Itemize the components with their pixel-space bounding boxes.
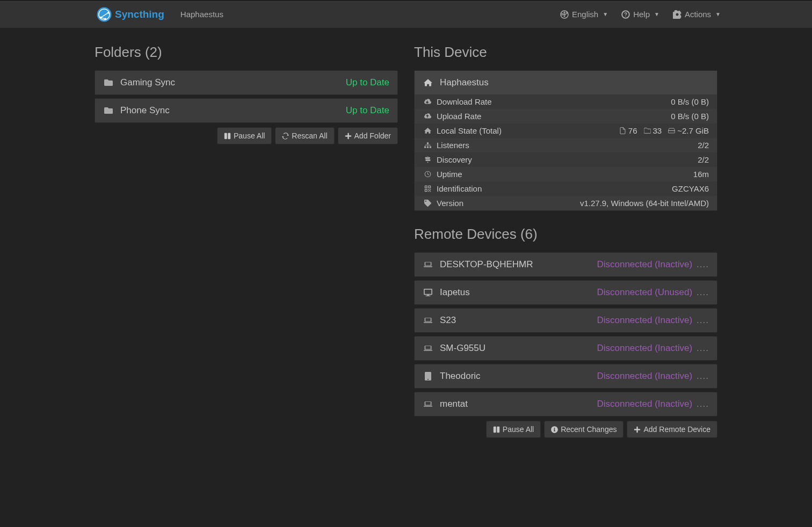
map-signs-icon <box>423 156 432 163</box>
button-label: Rescan All <box>292 131 327 140</box>
local-state-row: Local State (Total) 76 33 ~2.7 GiB <box>415 123 717 138</box>
device-type-icon <box>423 400 433 408</box>
refresh-icon <box>282 133 289 140</box>
add-remote-device-button[interactable]: Add Remote Device <box>627 421 717 438</box>
remote-device-name: mentat <box>440 399 468 409</box>
help-menu[interactable]: Help ▼ <box>621 10 659 19</box>
device-details: Download Rate 0 B/s (0 B) Upload Rate 0 … <box>415 94 717 210</box>
remote-devices-heading: Remote Devices (6) <box>414 226 717 243</box>
folders-heading: Folders (2) <box>95 44 398 61</box>
clock-icon <box>423 171 432 178</box>
remote-device-item[interactable]: Iapetus Disconnected (Unused) .... <box>414 280 717 305</box>
folder-item[interactable]: Phone Sync Up to Date <box>95 98 398 123</box>
navbar-right: English ▼ Help ▼ Actions ▼ <box>560 10 721 19</box>
remote-device-status: Disconnected (Inactive) <box>597 343 692 354</box>
remote-device-item[interactable]: S23 Disconnected (Inactive) .... <box>414 308 717 333</box>
navbar-device-name: Haphaestus <box>180 10 223 19</box>
upload-rate-row: Upload Rate 0 B/s (0 B) <box>415 109 717 123</box>
tag-icon <box>423 200 432 207</box>
logo[interactable]: Syncthing <box>97 7 164 22</box>
button-label: Add Folder <box>354 131 391 140</box>
navbar-left: Syncthing Haphaestus <box>97 7 223 22</box>
recent-changes-button[interactable]: Recent Changes <box>544 421 624 438</box>
question-circle-icon <box>621 10 630 19</box>
remote-device-status: Disconnected (Unused) <box>597 287 692 298</box>
plus-icon <box>634 426 641 433</box>
info-circle-icon <box>551 426 558 433</box>
devices-column: This Device Haphaestus Download Rate 0 B… <box>414 44 717 438</box>
caret-down-icon: ▼ <box>654 11 659 17</box>
language-label: English <box>572 10 598 19</box>
pause-icon <box>493 426 500 433</box>
pause-all-devices-button[interactable]: Pause All <box>486 421 541 438</box>
folder-status: Up to Date <box>346 77 389 88</box>
hdd-icon <box>668 127 675 134</box>
remote-buttons: Pause All Recent Changes Add Remote Devi… <box>414 421 717 438</box>
pause-all-folders-button[interactable]: Pause All <box>217 127 272 144</box>
remote-device-item[interactable]: SM-G955U Disconnected (Inactive) .... <box>414 336 717 361</box>
ellipsis-icon: .... <box>697 343 709 354</box>
folder-icon <box>103 106 114 115</box>
globe-icon <box>560 10 569 19</box>
device-type-icon <box>423 344 433 353</box>
qrcode-icon <box>423 185 432 192</box>
remote-device-item[interactable]: Theodoric Disconnected (Inactive) .... <box>414 364 717 389</box>
discovery-row: Discovery 2/2 <box>415 152 717 167</box>
ellipsis-icon: .... <box>697 259 709 270</box>
remote-device-item[interactable]: mentat Disconnected (Inactive) .... <box>414 392 717 416</box>
remote-device-status: Disconnected (Inactive) <box>597 371 692 382</box>
remote-device-status: Disconnected (Inactive) <box>597 399 692 409</box>
sitemap-icon <box>423 142 432 149</box>
remote-devices-section: Remote Devices (6) DESKTOP-BQHEHMR Disco… <box>414 226 717 438</box>
remote-device-status: Disconnected (Inactive) <box>597 259 692 270</box>
add-folder-button[interactable]: Add Folder <box>338 127 398 144</box>
device-type-icon <box>423 372 433 380</box>
device-id-link[interactable]: GZCYAX6 <box>672 184 709 193</box>
listeners-row: Listeners 2/2 <box>415 138 717 152</box>
remote-device-name: Iapetus <box>440 287 470 298</box>
folder-icon <box>103 78 114 87</box>
ellipsis-icon: .... <box>697 399 709 409</box>
button-label: Add Remote Device <box>643 425 711 434</box>
uptime-row: Uptime 16m <box>415 167 717 181</box>
caret-down-icon: ▼ <box>715 11 721 17</box>
ellipsis-icon: .... <box>697 371 709 382</box>
this-device-heading: This Device <box>414 44 717 61</box>
language-menu[interactable]: English ▼ <box>560 10 608 19</box>
folders-column: Folders (2) Gaming Sync Up to Date Phone… <box>95 44 398 438</box>
help-label: Help <box>633 10 650 19</box>
device-type-icon <box>423 288 433 297</box>
rescan-all-button[interactable]: Rescan All <box>275 127 334 144</box>
button-label: Pause All <box>503 425 534 434</box>
svg-point-7 <box>674 131 675 132</box>
main-container: Folders (2) Gaming Sync Up to Date Phone… <box>95 28 717 438</box>
device-type-icon <box>423 316 433 325</box>
pause-icon <box>224 133 231 140</box>
this-device-name: Haphaestus <box>440 77 489 88</box>
brand-text: Syncthing <box>115 9 164 20</box>
ellipsis-icon: .... <box>697 315 709 326</box>
remote-device-status: Disconnected (Inactive) <box>597 315 692 326</box>
version-row: Version v1.27.9, Windows (64-bit Intel/A… <box>415 196 717 210</box>
folder-name: Phone Sync <box>120 105 170 116</box>
caret-down-icon: ▼ <box>603 11 608 17</box>
button-label: Pause All <box>234 131 265 140</box>
actions-label: Actions <box>685 10 711 19</box>
remote-device-name: Theodoric <box>440 371 481 382</box>
cloud-upload-icon <box>423 113 432 120</box>
gear-icon <box>673 10 682 19</box>
remote-device-item[interactable]: DESKTOP-BQHEHMR Disconnected (Inactive) … <box>414 252 717 277</box>
download-rate-row: Download Rate 0 B/s (0 B) <box>415 94 717 109</box>
file-icon <box>619 127 626 134</box>
remote-device-name: DESKTOP-BQHEHMR <box>440 259 533 270</box>
folder-item[interactable]: Gaming Sync Up to Date <box>95 70 398 95</box>
button-label: Recent Changes <box>561 425 617 434</box>
device-type-icon <box>423 260 433 269</box>
actions-menu[interactable]: Actions ▼ <box>673 10 721 19</box>
home-device-icon <box>423 78 433 87</box>
cloud-download-icon <box>423 98 432 105</box>
ellipsis-icon: .... <box>697 287 709 298</box>
folder-buttons: Pause All Rescan All Add Folder <box>95 127 398 144</box>
remote-device-name: SM-G955U <box>440 343 485 354</box>
this-device-header[interactable]: Haphaestus <box>415 71 717 94</box>
